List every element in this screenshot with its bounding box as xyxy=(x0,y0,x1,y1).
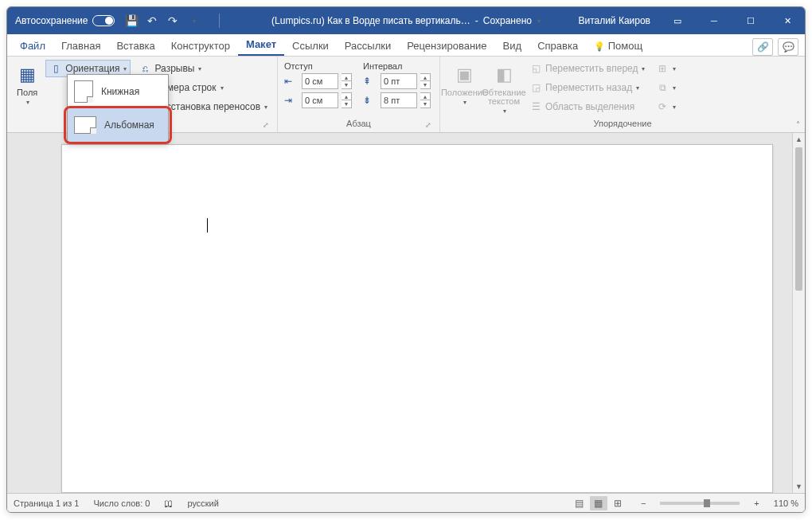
spacing-after-icon: ⇟ xyxy=(363,95,377,106)
scroll-up-icon[interactable]: ▲ xyxy=(793,133,805,146)
close-button[interactable]: ✕ xyxy=(770,7,805,34)
orientation-icon: ▯ xyxy=(49,62,62,75)
indent-left-input[interactable]: 0 см xyxy=(302,73,338,89)
bring-forward-button: ◱Переместить вперед▾ xyxy=(526,60,648,77)
group-icon: ⧉ xyxy=(656,81,669,94)
breaks-icon: ⎌ xyxy=(139,62,151,75)
rotate-button: ⟳▾ xyxy=(653,98,679,115)
tab-file[interactable]: Файл xyxy=(12,36,53,56)
spacing-before-icon: ⇞ xyxy=(363,76,377,87)
autosave-label: Автосохранение xyxy=(15,15,88,26)
selection-pane-icon: ☰ xyxy=(529,100,542,113)
print-layout-icon[interactable]: ▦ xyxy=(590,496,607,510)
zoom-slider[interactable] xyxy=(660,502,740,505)
saved-status: Сохранено xyxy=(483,15,532,26)
maximize-button[interactable]: ☐ xyxy=(733,7,768,34)
portrait-icon xyxy=(74,80,93,103)
spacing-before-input[interactable]: 0 пт xyxy=(381,73,417,89)
tab-layout[interactable]: Макет xyxy=(238,34,284,56)
send-backward-button: ◲Переместить назад▾ xyxy=(526,79,648,96)
spacing-after-input[interactable]: 8 пт xyxy=(381,92,417,108)
indent-right-spinner[interactable]: ▲▼ xyxy=(342,92,352,108)
collapse-ribbon-icon[interactable]: ˄ xyxy=(796,120,800,129)
spacing-after-spinner[interactable]: ▲▼ xyxy=(420,92,431,108)
scroll-down-icon[interactable]: ▼ xyxy=(793,480,805,493)
tab-view[interactable]: Вид xyxy=(495,36,530,56)
spacing-label: Интервал xyxy=(363,61,431,71)
tab-references[interactable]: Ссылки xyxy=(284,36,337,56)
tab-assist[interactable]: 💡 Помощ xyxy=(586,36,650,56)
language-status[interactable]: русский xyxy=(187,498,218,508)
position-icon: ▣ xyxy=(452,63,476,87)
indent-label: Отступ xyxy=(284,61,352,71)
align-button: ⊞▾ xyxy=(653,60,679,77)
share-icon[interactable]: 🔗 xyxy=(752,38,773,56)
status-bar: Страница 1 из 1 Число слов: 0 🕮 русский … xyxy=(7,493,805,512)
orientation-dropdown: Книжная Альбомная xyxy=(67,74,169,143)
wrap-text-button: ◧ Обтекание текстом ▾ xyxy=(486,60,521,118)
position-button: ▣ Положение ▾ xyxy=(447,60,482,118)
word-count[interactable]: Число слов: 0 xyxy=(93,498,150,508)
page-setup-launcher[interactable]: ⤢ xyxy=(263,119,269,131)
web-layout-icon[interactable]: ⊞ xyxy=(609,496,627,510)
indent-right-input[interactable]: 0 см xyxy=(302,92,338,108)
align-icon: ⊞ xyxy=(656,62,669,75)
comments-icon[interactable]: 💬 xyxy=(778,38,798,56)
margins-button[interactable]: ▦ Поля ▾ xyxy=(14,60,41,118)
scroll-thumb[interactable] xyxy=(795,147,802,291)
arrange-group-label: Упорядочение xyxy=(594,119,652,128)
page-status[interactable]: Страница 1 из 1 xyxy=(14,498,79,508)
send-backward-icon: ◲ xyxy=(529,81,542,94)
title-bar: Автосохранение 💾 ↶ ↷ ▾ (Lumpics.ru) Как … xyxy=(7,7,805,34)
paragraph-group-label: Абзац xyxy=(346,119,371,128)
landscape-icon xyxy=(74,116,96,134)
rotate-icon: ⟳ xyxy=(656,100,669,113)
qat-more-icon[interactable]: ▾ xyxy=(187,14,201,28)
group-button: ⧉▾ xyxy=(653,79,679,96)
ribbon-tabs: Файл Главная Вставка Конструктор Макет С… xyxy=(7,34,805,57)
save-icon[interactable]: 💾 xyxy=(124,14,139,28)
spacing-before-spinner[interactable]: ▲▼ xyxy=(420,73,431,89)
bring-forward-icon: ◱ xyxy=(529,62,542,75)
user-name[interactable]: Виталий Каиров xyxy=(578,15,650,26)
redo-icon[interactable]: ↷ xyxy=(166,14,180,28)
tab-home[interactable]: Главная xyxy=(53,36,108,56)
tab-help[interactable]: Справка xyxy=(529,36,586,56)
indent-right-icon: ⇥ xyxy=(284,95,299,106)
ribbon: ▦ Поля ▾ ▯ Ориентация▾ ⎌ Разрывы▾ xyxy=(7,57,805,133)
zoom-level[interactable]: 110 % xyxy=(774,498,798,508)
word-window: Автосохранение 💾 ↶ ↷ ▾ (Lumpics.ru) Как … xyxy=(6,6,806,513)
margins-icon: ▦ xyxy=(15,63,39,87)
document-page[interactable] xyxy=(61,144,773,493)
document-title: (Lumpics.ru) Как в Ворде писать вертикал… xyxy=(271,15,470,26)
document-area: ▲ ▼ xyxy=(7,133,805,493)
minimize-button[interactable]: ─ xyxy=(697,7,732,34)
tab-insert[interactable]: Вставка xyxy=(108,36,162,56)
selection-pane-button: ☰Область выделения xyxy=(526,98,648,115)
paragraph-launcher[interactable]: ⤢ xyxy=(425,119,431,131)
tab-review[interactable]: Рецензирование xyxy=(399,36,494,56)
zoom-out-button[interactable]: − xyxy=(641,498,646,508)
orientation-landscape[interactable]: Альбомная xyxy=(68,108,168,142)
undo-icon[interactable]: ↶ xyxy=(145,14,159,28)
proofing-icon[interactable]: 🕮 xyxy=(164,498,173,508)
ribbon-display-icon[interactable]: ▭ xyxy=(660,7,695,34)
tab-design[interactable]: Конструктор xyxy=(163,36,238,56)
text-cursor xyxy=(207,218,208,233)
orientation-portrait[interactable]: Книжная xyxy=(68,75,168,108)
vertical-scrollbar[interactable]: ▲ ▼ xyxy=(792,133,805,493)
read-mode-icon[interactable]: ▤ xyxy=(571,496,588,510)
zoom-in-button[interactable]: + xyxy=(754,498,759,508)
indent-left-spinner[interactable]: ▲▼ xyxy=(342,73,352,89)
wrap-icon: ◧ xyxy=(492,63,516,87)
autosave-toggle[interactable] xyxy=(92,15,115,26)
tab-mailings[interactable]: Рассылки xyxy=(337,36,399,56)
indent-left-icon: ⇤ xyxy=(284,76,299,87)
